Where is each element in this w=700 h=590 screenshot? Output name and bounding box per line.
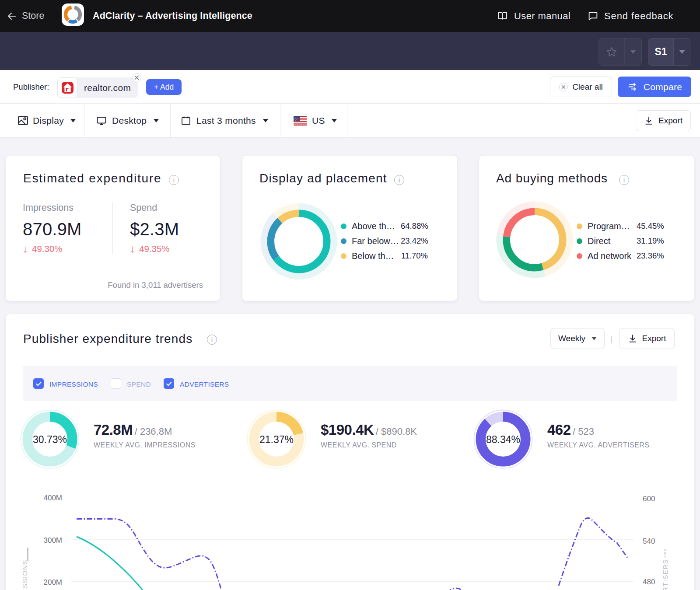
svg-text:r: r xyxy=(65,85,69,93)
svg-text:88.34%: 88.34% xyxy=(486,434,520,445)
svg-text:30.73%: 30.73% xyxy=(33,434,67,445)
svg-text:21.37%: 21.37% xyxy=(259,434,294,445)
